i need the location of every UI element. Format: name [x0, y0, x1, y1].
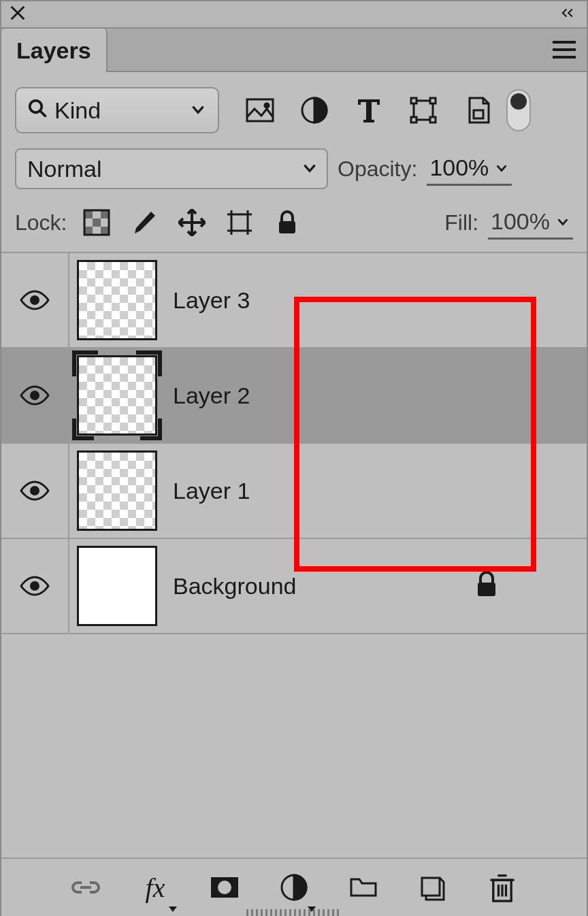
- layer-group-icon[interactable]: [348, 872, 378, 902]
- eye-icon: [20, 576, 50, 596]
- adjustment-layer-icon[interactable]: [279, 872, 309, 902]
- svg-rect-18: [101, 210, 109, 218]
- svg-rect-11: [411, 98, 416, 103]
- link-layers-icon[interactable]: [71, 872, 101, 902]
- new-layer-icon[interactable]: [418, 872, 448, 902]
- layer-row[interactable]: Background: [1, 539, 587, 634]
- visibility-toggle[interactable]: [1, 348, 69, 442]
- visibility-toggle[interactable]: [1, 539, 69, 633]
- layer-thumbnail[interactable]: [69, 355, 165, 436]
- filter-row: Kind: [1, 87, 587, 148]
- panel-bottombar: fx: [1, 857, 587, 916]
- filter-type-icon[interactable]: [354, 95, 384, 125]
- layers-panel: Layers Kind: [0, 0, 588, 916]
- svg-rect-13: [411, 117, 416, 122]
- layer-row[interactable]: Layer 3: [1, 253, 587, 348]
- panel-body: Kind: [1, 72, 587, 916]
- filter-kind-dropdown[interactable]: Kind: [15, 87, 219, 133]
- svg-point-8: [265, 103, 269, 108]
- layer-thumbnail[interactable]: [69, 451, 165, 531]
- lock-transparency-icon[interactable]: [83, 209, 110, 236]
- lock-all-icon[interactable]: [274, 209, 301, 236]
- svg-rect-12: [430, 98, 436, 103]
- visibility-toggle[interactable]: [1, 444, 69, 538]
- svg-point-34: [30, 295, 39, 305]
- layers-list: Layer 3Layer 2Layer 1Background: [1, 252, 587, 634]
- svg-point-36: [30, 486, 39, 495]
- eye-icon: [20, 385, 50, 406]
- svg-rect-15: [474, 110, 483, 118]
- filter-adjustment-icon[interactable]: [299, 95, 329, 125]
- layer-thumbnail[interactable]: [69, 260, 165, 340]
- panel-titlebar: [1, 1, 587, 29]
- filter-shape-icon[interactable]: [408, 95, 438, 125]
- chevron-down-icon: [555, 214, 570, 229]
- layer-row[interactable]: Layer 1: [1, 444, 587, 539]
- svg-point-5: [30, 100, 42, 112]
- blend-row: Normal Opacity: 100%: [1, 148, 587, 199]
- fill-value-text: 100%: [491, 208, 550, 235]
- opacity-value[interactable]: 100%: [427, 152, 512, 186]
- fill-label: Fill:: [444, 210, 478, 235]
- lock-label: Lock:: [15, 210, 67, 235]
- svg-point-35: [30, 391, 39, 400]
- layer-name[interactable]: Layer 1: [173, 478, 250, 504]
- filter-pixel-icon[interactable]: [245, 95, 275, 125]
- delete-layer-icon[interactable]: [487, 872, 517, 902]
- lock-icon[interactable]: [475, 572, 498, 600]
- resize-grip[interactable]: [246, 909, 342, 916]
- layer-mask-icon[interactable]: [210, 872, 240, 902]
- svg-line-6: [40, 110, 46, 116]
- svg-point-41: [218, 881, 231, 894]
- layer-row[interactable]: Layer 2: [1, 348, 587, 444]
- svg-rect-21: [101, 227, 109, 235]
- lock-icons: [83, 209, 301, 236]
- lock-pixels-icon[interactable]: [131, 209, 158, 236]
- search-icon: [27, 97, 48, 124]
- svg-rect-19: [93, 218, 101, 227]
- layer-thumbnail[interactable]: [69, 546, 165, 626]
- filter-icons: [245, 95, 493, 125]
- layer-name[interactable]: Background: [173, 573, 296, 600]
- filter-smartobject-icon[interactable]: [463, 95, 493, 125]
- chevron-down-icon: [189, 97, 207, 124]
- svg-point-37: [30, 581, 39, 591]
- svg-rect-20: [84, 227, 93, 235]
- svg-rect-14: [430, 117, 436, 122]
- blend-mode-label: Normal: [27, 156, 102, 182]
- chevron-down-icon: [494, 161, 509, 176]
- collapse-icon[interactable]: [561, 3, 580, 25]
- tab-label: Layers: [16, 37, 91, 64]
- blend-mode-dropdown[interactable]: Normal: [15, 148, 328, 189]
- layer-style-icon[interactable]: fx: [140, 872, 170, 902]
- eye-icon: [20, 480, 50, 501]
- svg-rect-33: [279, 221, 295, 233]
- svg-rect-17: [84, 210, 93, 218]
- lock-row: Lock: Fill:: [1, 199, 587, 252]
- chevron-down-icon: [301, 156, 318, 182]
- eye-icon: [20, 290, 50, 310]
- svg-rect-24: [231, 214, 248, 231]
- layer-name[interactable]: Layer 2: [173, 382, 250, 409]
- tab-layers[interactable]: Layers: [1, 29, 108, 72]
- filter-kind-label: Kind: [54, 97, 101, 124]
- opacity-value-text: 100%: [429, 154, 489, 181]
- layers-empty-area[interactable]: [1, 634, 587, 857]
- panel-tabstrip: Layers: [1, 29, 587, 72]
- lock-artboard-icon[interactable]: [226, 209, 253, 236]
- lock-position-icon[interactable]: [178, 209, 206, 236]
- visibility-toggle[interactable]: [1, 253, 69, 347]
- opacity-label: Opacity:: [338, 157, 417, 182]
- close-icon[interactable]: [8, 3, 27, 25]
- layer-name[interactable]: Layer 3: [173, 287, 250, 314]
- flyout-menu-icon[interactable]: [551, 39, 577, 63]
- fill-value[interactable]: 100%: [488, 206, 573, 240]
- svg-rect-38: [478, 583, 495, 596]
- filter-toggle[interactable]: [506, 89, 531, 131]
